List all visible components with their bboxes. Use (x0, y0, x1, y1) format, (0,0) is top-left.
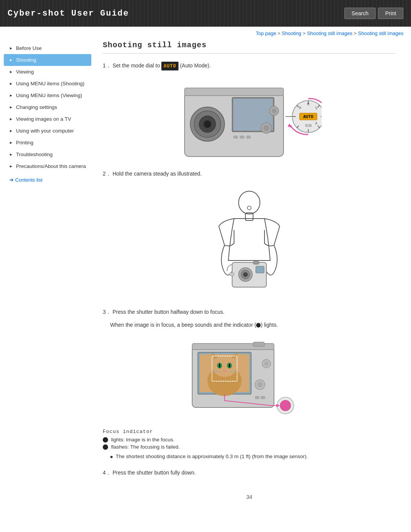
auto-badge: AUTO (161, 62, 178, 70)
svg-rect-12 (233, 136, 238, 139)
sidebar-item-before-use[interactable]: ► Before Use (4, 42, 91, 54)
svg-point-44 (247, 206, 251, 210)
svg-text:SCN: SCN (305, 124, 311, 128)
svg-point-35 (239, 191, 260, 214)
person-camera-illustration (204, 184, 295, 299)
circle-indicator-2 (103, 444, 108, 450)
svg-rect-1 (185, 88, 284, 96)
arrow-right-icon: ➔ (9, 177, 14, 183)
sidebar-item-computer[interactable]: ► Using with your computer (4, 125, 91, 137)
print-button[interactable]: Print (378, 8, 403, 19)
svg-point-73 (280, 400, 291, 411)
sidebar-item-viewing-tv[interactable]: ► Viewing images on a TV (4, 113, 91, 125)
focus-indicator-item-1: lights: Image is in the focus. (103, 437, 396, 443)
svg-text:P: P (299, 106, 301, 110)
svg-rect-69 (261, 396, 265, 399)
step-3-subtext: When the image is in focus, a beep sound… (103, 321, 396, 329)
chevron-right-icon-troubleshooting: ► (9, 152, 13, 157)
bullet-point: The shortest shooting distance is approx… (110, 454, 396, 459)
breadcrumb-link-toppage[interactable]: Top page (256, 30, 276, 36)
svg-point-56 (219, 364, 220, 367)
svg-rect-13 (240, 136, 244, 139)
sidebar: ► Before Use ► Shooting ► Viewing ► Usin… (4, 38, 91, 515)
svg-point-51 (212, 356, 237, 377)
contents-list-link[interactable]: ➔ Contents list (9, 177, 91, 183)
svg-point-9 (272, 109, 276, 113)
svg-point-67 (257, 382, 263, 387)
svg-text:M: M (307, 102, 309, 106)
step-3-text: 3． Press the shutter button halfway down… (103, 308, 396, 316)
breadcrumb-link-shooting[interactable]: Shooting (282, 30, 301, 36)
step-2-text: 2． Hold the camera steady as illustrated… (103, 169, 396, 178)
sidebar-item-viewing[interactable]: ► Viewing (4, 66, 91, 78)
chevron-right-icon: ► (9, 46, 13, 50)
chevron-right-icon-active: ► (9, 58, 13, 62)
chevron-right-icon-tv: ► (9, 117, 13, 121)
step-3-image (103, 335, 396, 423)
step-1: 1． Set the mode dial to AUTO (Auto Mode)… (103, 61, 396, 160)
bullet-dot (110, 456, 113, 458)
svg-rect-47 (253, 342, 264, 347)
svg-point-40 (243, 272, 248, 277)
chevron-right-icon-viewing: ► (9, 70, 13, 74)
step-2-image (103, 184, 396, 299)
svg-text:AUTO: AUTO (303, 114, 314, 119)
svg-point-11 (263, 125, 269, 131)
chevron-right-icon-menu-viewing: ► (9, 93, 13, 97)
breadcrumb-link-shooting-still[interactable]: Shooting still images (307, 30, 352, 36)
sidebar-item-menu-viewing[interactable]: ► Using MENU items (Viewing) (4, 89, 91, 101)
svg-rect-14 (246, 136, 251, 139)
step-4: 4． Press the shutter button fully down. (103, 468, 396, 477)
svg-rect-42 (253, 261, 259, 264)
svg-rect-41 (256, 266, 264, 273)
chevron-right-icon-menu-shooting: ► (9, 81, 13, 86)
step-3: 3． Press the shutter button halfway down… (103, 308, 396, 460)
svg-text:S: S (315, 106, 317, 110)
svg-point-5 (204, 120, 211, 128)
camera-focus-illustration (188, 335, 310, 423)
svg-text:A: A (315, 121, 317, 125)
chevron-right-icon-printing: ► (9, 141, 13, 145)
sidebar-item-printing[interactable]: ► Printing (4, 137, 91, 149)
breadcrumb-link-shooting-still-2[interactable]: Shooting still images (358, 30, 403, 36)
step-1-image: AUTO SCN S A M P (103, 77, 396, 160)
sidebar-item-shooting[interactable]: ► Shooting (4, 54, 91, 66)
main-layout: ► Before Use ► Shooting ► Viewing ► Usin… (0, 38, 411, 515)
focus-indicator-title: Focus indicator (103, 429, 396, 435)
search-button[interactable]: Search (344, 8, 376, 19)
sidebar-item-menu-shooting[interactable]: ► Using MENU items (Shooting) (4, 78, 91, 89)
page-title: Shooting still images (103, 41, 396, 54)
circle-indicator-1 (103, 437, 108, 443)
header-title: Cyber-shot User Guide (8, 9, 129, 18)
chevron-right-icon-precautions: ► (9, 164, 13, 168)
svg-point-57 (229, 364, 230, 367)
sidebar-item-precautions[interactable]: ► Precautions/About this camera (4, 160, 91, 172)
step-2: 2． Hold the camera steady as illustrated… (103, 169, 396, 298)
header-buttons: Search Print (344, 8, 403, 19)
camera-dial-illustration: AUTO SCN S A M P (177, 77, 322, 160)
sidebar-item-troubleshooting[interactable]: ► Troubleshooting (4, 149, 91, 160)
sidebar-item-changing-settings[interactable]: ► Changing settings (4, 101, 91, 113)
chevron-right-icon-settings: ► (9, 105, 13, 109)
focus-indicator-section: Focus indicator lights: Image is in the … (103, 429, 396, 450)
svg-rect-68 (255, 396, 260, 399)
step-1-text: 1． Set the mode dial to AUTO (Auto Mode)… (103, 61, 396, 70)
focus-indicator-item-2: flashes: The focusing is failed. (103, 444, 396, 450)
chevron-right-icon-computer: ► (9, 129, 13, 133)
header: Cyber-shot User Guide Search Print (0, 0, 411, 27)
svg-point-65 (264, 362, 268, 366)
sidebar-footer: ➔ Contents list (4, 177, 91, 183)
page-number: 34 (103, 486, 396, 504)
step-4-text: 4． Press the shutter button fully down. (103, 468, 396, 477)
indicator-circle (256, 323, 261, 328)
content-area: Shooting still images 1． Set the mode di… (91, 38, 407, 515)
breadcrumb: Top page > Shooting > Shooting still ima… (0, 27, 411, 38)
svg-rect-43 (229, 273, 234, 276)
